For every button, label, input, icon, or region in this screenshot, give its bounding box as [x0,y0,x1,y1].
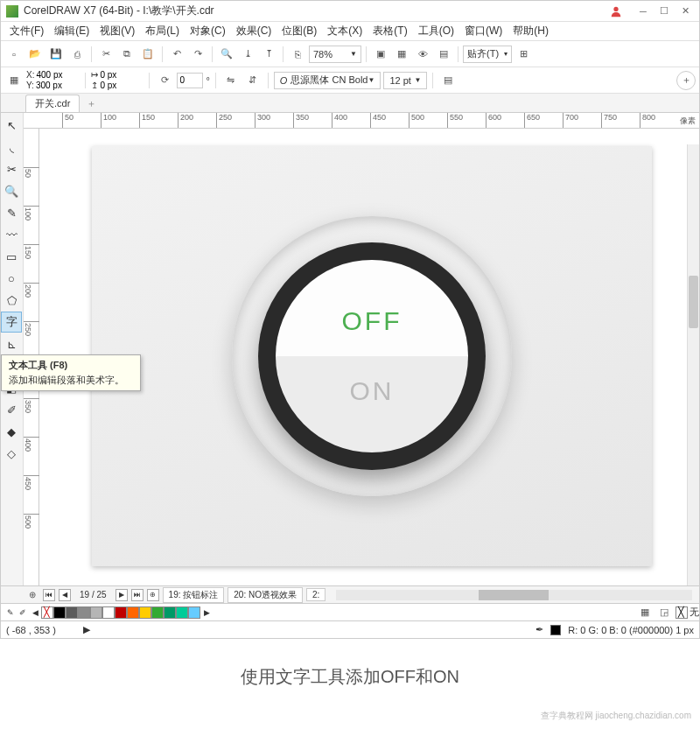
paste-icon[interactable]: 📋 [138,45,158,64]
cut-icon[interactable]: ✂ [96,45,116,64]
color-swatch[interactable] [78,606,90,619]
maximize-button[interactable]: ☐ [655,4,673,18]
outline-tool-icon[interactable]: ◇ [1,443,22,464]
object-grid-icon[interactable]: ▦ [4,71,24,90]
palette-menu-icon[interactable]: ▦ [635,603,654,622]
color-swatch[interactable] [102,606,115,619]
copy-icon[interactable]: ⧉ [117,45,136,64]
first-page-button[interactable]: ⏮ [43,589,55,601]
menu-object[interactable]: 对象(C) [185,22,231,40]
color-swatch[interactable] [139,606,151,619]
add-icon[interactable]: ＋ [676,71,696,90]
page-tab[interactable]: 19: 按钮标注 [163,587,225,603]
menu-window[interactable]: 窗口(W) [459,22,508,40]
x-input[interactable] [36,70,80,81]
text-tool-icon[interactable]: 字 [1,312,22,333]
vertical-scrollbar[interactable] [687,144,699,585]
menu-text[interactable]: 文本(X) [322,22,368,40]
y-input[interactable] [36,81,80,91]
crop-tool-icon[interactable]: ✂ [1,158,22,179]
color-swatch[interactable] [151,606,164,619]
color-swatch[interactable] [53,606,66,619]
publish-icon[interactable]: ⎘ [288,45,307,64]
fill-tool-icon[interactable]: ◆ [1,421,22,442]
mirror-h-icon[interactable]: ⇋ [221,71,241,90]
zoom-select[interactable]: 78% ▼ [309,46,361,63]
menu-effect[interactable]: 效果(C) [231,22,277,40]
color-swatch[interactable] [176,606,188,619]
fullscreen-icon[interactable]: ▣ [371,45,390,64]
minimize-button[interactable]: ─ [634,4,652,18]
options-icon[interactable]: ⊞ [514,45,533,64]
scrollbar-thumb[interactable] [479,590,549,600]
preview-icon[interactable]: 👁 [413,45,432,64]
page-tab[interactable]: 20: NO透视效果 [228,587,303,603]
next-page-button[interactable]: ▶ [116,589,128,601]
palette-right-icon[interactable]: ▶ [200,606,213,619]
menu-tools[interactable]: 工具(O) [413,22,459,40]
color-swatch[interactable] [164,606,176,619]
import-icon[interactable]: ⤓ [238,45,257,64]
menu-file[interactable]: 文件(F) [4,22,49,40]
menu-edit[interactable]: 编辑(E) [49,22,94,40]
undo-icon[interactable]: ↶ [167,45,186,64]
height-input[interactable] [100,81,144,91]
pen-icon[interactable]: ✒ [536,624,543,635]
palette-eyedrop-icon[interactable]: ✐ [17,606,29,619]
shape-tool-icon[interactable]: ◟ [1,137,22,158]
page-tab[interactable]: 2: [306,588,326,601]
color-swatch[interactable] [127,606,139,619]
status-next-icon[interactable]: ▶ [83,624,90,635]
palette-tool-icon[interactable]: ✎ [4,606,17,619]
export-icon[interactable]: ⤒ [259,45,278,64]
menu-table[interactable]: 表格(T) [368,22,412,40]
pick-tool-icon[interactable]: ↖ [1,115,22,136]
close-button[interactable]: ✕ [676,4,694,18]
add-tab-button[interactable]: ＋ [81,95,102,112]
open-icon[interactable]: 📂 [25,45,45,64]
horizontal-scrollbar[interactable] [336,590,692,600]
scrollbar-thumb[interactable] [689,276,698,328]
rotation-input[interactable] [177,73,203,88]
menu-view[interactable]: 视图(V) [94,22,140,40]
color-swatch[interactable] [66,606,78,619]
none-swatch[interactable]: ╳ [676,606,688,619]
new-icon[interactable]: ▫ [4,45,24,64]
text-options-icon[interactable]: ▤ [438,71,458,90]
grid-icon[interactable]: ▤ [434,45,453,64]
rectangle-tool-icon[interactable]: ▭ [1,246,22,267]
rotate-icon[interactable]: ⟳ [155,71,174,90]
save-icon[interactable]: 💾 [46,45,66,64]
outline-color-swatch[interactable] [550,625,561,635]
palette-doc-icon[interactable]: ◲ [654,603,674,622]
color-swatch[interactable] [188,606,200,619]
add-page-after-button[interactable]: ⊕ [147,589,159,601]
polygon-tool-icon[interactable]: ⬠ [1,290,22,311]
font-select[interactable]: O 思源黑体 CN Bold ▼ [274,72,382,89]
mirror-v-icon[interactable]: ⇵ [243,71,262,90]
palette-left-icon[interactable]: ◀ [29,606,41,619]
document-tab[interactable]: 开关.cdr [25,95,80,112]
no-color-swatch[interactable]: ╳ [41,606,53,619]
artistic-tool-icon[interactable]: 〰 [1,224,22,245]
print-icon[interactable]: ⎙ [67,45,87,64]
add-page-icon[interactable]: ⊕ [25,588,39,602]
font-size-select[interactable]: 12 pt ▼ [383,72,427,89]
menu-bitmap[interactable]: 位图(B) [276,22,322,40]
prev-page-button[interactable]: ◀ [59,589,71,601]
redo-icon[interactable]: ↷ [188,45,207,64]
width-input[interactable] [100,70,144,81]
horizontal-ruler[interactable]: 50 100 150 200 250 300 350 400 450 500 5… [24,113,699,129]
zoom-tool-icon[interactable]: 🔍 [1,180,22,201]
freehand-tool-icon[interactable]: ✎ [1,202,22,223]
menu-help[interactable]: 帮助(H) [508,22,554,40]
dimension-tool-icon[interactable]: ⊾ [1,333,22,354]
last-page-button[interactable]: ⏭ [131,589,144,601]
color-swatch[interactable] [90,606,102,619]
search-icon[interactable]: 🔍 [217,45,236,64]
rulers-icon[interactable]: ▦ [392,45,411,64]
ellipse-tool-icon[interactable]: ○ [1,268,22,289]
eyedropper-tool-icon[interactable]: ✐ [1,399,22,420]
user-icon[interactable] [610,5,622,18]
menu-layout[interactable]: 布局(L) [140,22,185,40]
